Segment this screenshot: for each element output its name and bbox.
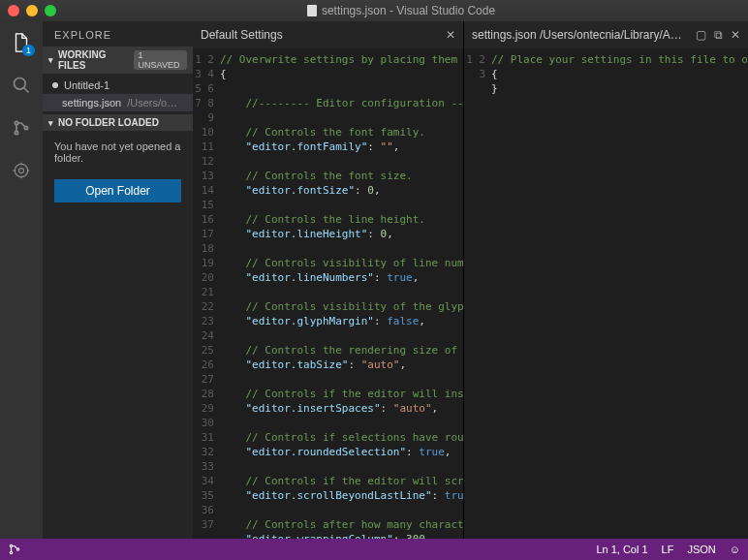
working-files-label: WORKING FILES [58, 49, 129, 71]
working-file-item[interactable]: Untitled-1 [43, 77, 193, 94]
sidebar: EXPLORE ▾ WORKING FILES 1 UNSAVED Untitl… [43, 21, 193, 539]
svg-point-5 [15, 164, 27, 176]
close-window-button[interactable] [8, 5, 19, 16]
tab-row-right: settings.json /Users/ontecnia/Library/Ap… [464, 21, 748, 48]
file-name: Untitled-1 [64, 79, 109, 91]
close-tab-icon[interactable]: ✕ [446, 28, 455, 42]
zoom-window-button[interactable] [45, 5, 56, 16]
editor-right: settings.json /Users/ontecnia/Library/Ap… [464, 21, 748, 539]
status-bar: Ln 1, Col 1 LF JSON ☺ [0, 539, 748, 560]
svg-point-11 [10, 544, 12, 546]
more-icon[interactable]: ⧉ [714, 28, 723, 42]
working-files-list: Untitled-1settings.json /Users/ontecnia.… [43, 74, 193, 114]
status-feedback-icon[interactable]: ☺ [730, 544, 740, 555]
svg-point-3 [15, 131, 17, 134]
window-title: settings.json - Visual Studio Code [62, 4, 740, 17]
svg-point-0 [15, 78, 26, 90]
debug-icon[interactable] [8, 157, 35, 184]
svg-point-2 [15, 121, 17, 124]
svg-point-13 [16, 548, 18, 550]
explorer-icon[interactable]: 1 [8, 29, 35, 56]
editor-group: Default Settings ✕ 1 2 3 4 5 6 7 8 9 10 … [193, 21, 748, 539]
file-path: /Users/ontecnia... [127, 97, 183, 109]
code-area-left[interactable]: 1 2 3 4 5 6 7 8 9 10 11 12 13 14 15 16 1… [193, 48, 463, 539]
editor-left: Default Settings ✕ 1 2 3 4 5 6 7 8 9 10 … [193, 21, 464, 539]
svg-point-4 [24, 126, 27, 129]
unsaved-badge: 1 UNSAVED [134, 50, 187, 70]
chevron-down-icon: ▾ [48, 118, 53, 128]
no-folder-message: You have not yet opened a folder. [43, 131, 193, 173]
split-editor-icon[interactable]: ▢ [696, 28, 706, 42]
dirty-indicator-icon [52, 82, 58, 88]
search-icon[interactable] [8, 72, 35, 99]
tab-title[interactable]: settings.json /Users/ontecnia/Library/Ap… [472, 28, 688, 42]
file-name: settings.json [62, 97, 121, 109]
sidebar-title: EXPLORE [43, 21, 193, 47]
tab-row-left: Default Settings ✕ [193, 21, 463, 48]
close-tab-icon[interactable]: ✕ [731, 28, 740, 42]
svg-line-1 [24, 88, 29, 93]
status-eol[interactable]: LF [662, 544, 674, 555]
titlebar: settings.json - Visual Studio Code [0, 0, 748, 21]
status-language[interactable]: JSON [687, 544, 715, 555]
no-folder-label: NO FOLDER LOADED [58, 117, 159, 128]
svg-point-12 [10, 551, 12, 553]
tab-title[interactable]: Default Settings [201, 28, 438, 42]
explorer-badge: 1 [22, 45, 35, 56]
svg-point-6 [19, 169, 24, 173]
status-cursor[interactable]: Ln 1, Col 1 [596, 544, 647, 555]
working-files-header[interactable]: ▾ WORKING FILES 1 UNSAVED [43, 47, 193, 74]
code-area-right[interactable]: 1 2 3 // Place your settings in this fil… [464, 48, 748, 539]
status-git-icon[interactable] [8, 543, 21, 556]
activity-bar: 1 [0, 21, 43, 539]
file-icon [307, 5, 317, 16]
window-title-text: settings.json - Visual Studio Code [322, 4, 495, 17]
minimize-window-button[interactable] [26, 5, 38, 16]
window-controls [8, 5, 56, 16]
chevron-down-icon: ▾ [48, 55, 53, 65]
git-icon[interactable] [8, 114, 35, 141]
no-folder-header[interactable]: ▾ NO FOLDER LOADED [43, 114, 193, 131]
working-file-item[interactable]: settings.json /Users/ontecnia... [43, 94, 193, 111]
open-folder-button[interactable]: Open Folder [54, 179, 181, 202]
